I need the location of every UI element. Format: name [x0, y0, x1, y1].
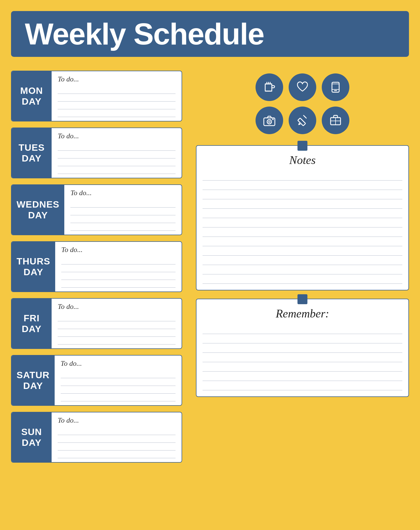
- todo-placeholder-sunday: To do...: [58, 416, 176, 425]
- day-line: [61, 280, 176, 288]
- day-line: [58, 337, 176, 344]
- day-line: [61, 378, 176, 386]
- notes-line: [203, 199, 402, 209]
- day-content-monday[interactable]: To do...: [52, 71, 182, 121]
- day-lines-friday: [58, 314, 176, 344]
- day-line: [58, 451, 176, 458]
- header-bar: Weekly Schedule: [11, 11, 409, 57]
- remember-line: [203, 362, 402, 372]
- day-lines-monday: [58, 86, 176, 117]
- day-line: [58, 435, 176, 443]
- day-line: [58, 94, 176, 102]
- notes-line: [203, 171, 402, 181]
- notes-line: [203, 190, 402, 199]
- phone-icon: [322, 73, 349, 101]
- remember-line: [203, 343, 402, 353]
- day-label-thursday: THURSDAY: [12, 242, 55, 292]
- notes-card: Notes: [196, 145, 409, 290]
- day-line: [70, 208, 176, 215]
- todo-placeholder-monday: To do...: [58, 75, 176, 83]
- day-line: [58, 102, 176, 109]
- day-row-tuesday: TUESDAY To do...: [11, 128, 182, 178]
- icons-grid: [196, 71, 409, 137]
- day-content-saturday[interactable]: To do...: [55, 356, 182, 405]
- day-content-thursday[interactable]: To do...: [55, 242, 182, 292]
- notes-line: [203, 237, 402, 246]
- notes-title: Notes: [203, 153, 402, 167]
- day-content-tuesday[interactable]: To do...: [52, 128, 182, 178]
- day-line: [58, 427, 176, 435]
- day-line: [70, 223, 176, 231]
- notes-line: [203, 218, 402, 227]
- day-row-friday: FRIDAY To do...: [11, 298, 182, 349]
- day-label-wednesday: WEDNESDAY: [12, 185, 64, 235]
- day-line: [58, 86, 176, 94]
- camera-icon: [256, 107, 283, 134]
- day-label-friday: FRIDAY: [12, 299, 52, 348]
- remember-lines: [203, 325, 402, 390]
- day-line: [70, 200, 176, 208]
- right-column: Notes Remember:: [196, 71, 409, 397]
- day-line: [70, 215, 176, 223]
- day-label-monday: MONDAY: [12, 71, 52, 121]
- day-label-saturday: SATURDAY: [12, 356, 55, 405]
- day-row-sunday: SUNDAY To do...: [11, 412, 182, 463]
- briefcase-icon: [322, 107, 349, 134]
- day-line: [61, 394, 176, 401]
- remember-line: [203, 325, 402, 334]
- page-title: Weekly Schedule: [25, 19, 395, 49]
- day-label-tuesday: TUESDAY: [12, 128, 52, 178]
- remember-line: [203, 381, 402, 390]
- day-line: [61, 264, 176, 272]
- remember-line: [203, 334, 402, 343]
- remember-pin: [297, 294, 307, 304]
- day-row-wednesday: WEDNESDAY To do...: [11, 184, 182, 235]
- day-line: [58, 329, 176, 337]
- day-lines-sunday: [58, 427, 176, 458]
- day-line: [58, 109, 176, 117]
- notes-line: [203, 246, 402, 256]
- svg-point-13: [272, 119, 273, 120]
- notes-lines: [203, 171, 402, 284]
- day-line: [61, 257, 176, 264]
- cup-icon: [256, 73, 283, 101]
- notes-pin: [297, 141, 307, 151]
- heart-icon: [289, 73, 316, 101]
- day-content-sunday[interactable]: To do...: [52, 412, 182, 462]
- remember-line: [203, 353, 402, 362]
- todo-placeholder-tuesday: To do...: [58, 132, 176, 140]
- day-line: [58, 321, 176, 329]
- day-line: [58, 143, 176, 151]
- day-line: [61, 272, 176, 280]
- day-line: [61, 370, 176, 378]
- pencil-icon: [289, 107, 316, 134]
- day-line: [58, 314, 176, 321]
- day-content-wednesday[interactable]: To do...: [64, 185, 182, 235]
- todo-placeholder-thursday: To do...: [61, 246, 176, 254]
- todo-placeholder-saturday: To do...: [61, 359, 176, 368]
- remember-card: Remember:: [196, 299, 409, 397]
- notes-line: [203, 265, 402, 274]
- day-row-saturday: SATURDAY To do...: [11, 355, 182, 406]
- day-row-monday: MONDAY To do...: [11, 71, 182, 121]
- todo-placeholder-friday: To do...: [58, 303, 176, 311]
- day-lines-thursday: [61, 257, 176, 288]
- day-line: [58, 158, 176, 166]
- notes-line: [203, 227, 402, 237]
- remember-title: Remember:: [203, 307, 402, 320]
- notes-line: [203, 209, 402, 218]
- day-line: [58, 151, 176, 158]
- notes-line: [203, 256, 402, 265]
- svg-point-12: [269, 121, 270, 123]
- days-column: MONDAY To do... TUESDAY To do...: [11, 71, 182, 463]
- day-content-friday[interactable]: To do...: [52, 299, 182, 348]
- notes-line: [203, 181, 402, 190]
- day-lines-saturday: [61, 370, 176, 401]
- day-row-thursday: THURSDAY To do...: [11, 241, 182, 292]
- day-lines-tuesday: [58, 143, 176, 174]
- day-line: [58, 443, 176, 451]
- main-layout: MONDAY To do... TUESDAY To do...: [11, 71, 409, 463]
- day-label-sunday: SUNDAY: [12, 412, 52, 462]
- notes-line: [203, 274, 402, 284]
- day-line: [58, 166, 176, 174]
